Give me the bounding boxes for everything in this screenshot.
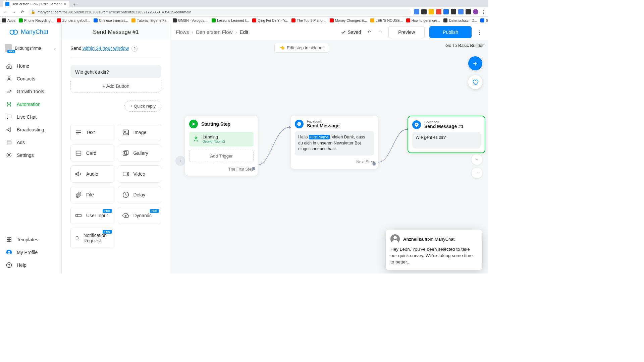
profile-avatar[interactable] (473, 9, 478, 14)
new-tab-button[interactable]: + (71, 1, 78, 7)
editor-title: Send Message #1 (62, 24, 170, 40)
svg-rect-5 (7, 238, 9, 239)
content-type-notification[interactable]: Notification RequestPRO (70, 228, 114, 248)
sidebar-bottom: Templates My Profile Help (0, 233, 61, 274)
svg-point-4 (8, 155, 10, 156)
bookmark-item[interactable]: Money Changes E... (330, 18, 367, 22)
back-button[interactable]: ← (2, 9, 8, 15)
bookmark-item[interactable]: The Top 3 Platfor... (291, 18, 326, 22)
breadcrumb-flows[interactable]: Flows (176, 29, 189, 35)
delay-icon (122, 191, 129, 198)
breadcrumb-flow-name[interactable]: Den ersten Flow (196, 29, 232, 35)
bookmark-item[interactable]: Sonderangebot!... (57, 18, 90, 22)
tab-favicon (5, 2, 9, 6)
collapse-panel-button[interactable]: ‹ (175, 156, 185, 166)
next-step-port[interactable]: Next Step (295, 158, 374, 168)
sidebar-item-ads[interactable]: Ads (0, 136, 61, 149)
ext-menu-icon[interactable] (466, 9, 471, 14)
address-bar[interactable]: 🔒 manychat.com/fb198150208192020618/cms/… (28, 9, 411, 15)
zoom-out-button[interactable]: − (472, 168, 482, 178)
node-send-message-1[interactable]: FacebookSend Message #1 Wie geht es dir? (408, 116, 485, 153)
sidebar-item-settings[interactable]: Settings (0, 149, 61, 162)
brand-logo[interactable]: ManyChat (0, 24, 61, 40)
undo-button[interactable]: ↶ (366, 29, 372, 36)
publish-button[interactable]: Publish (429, 26, 472, 38)
ext-icon[interactable] (443, 9, 449, 14)
sidebar-item-profile[interactable]: My Profile (0, 246, 61, 259)
content-type-dynamic[interactable]: DynamicPRO (118, 207, 162, 224)
add-step-fab[interactable]: ＋ (468, 56, 482, 70)
add-trigger-button[interactable]: Add Trigger (189, 150, 254, 162)
pointing-hand-icon: 👈 (279, 45, 285, 50)
ext-icon[interactable] (421, 9, 427, 14)
favorite-fab[interactable] (468, 75, 482, 89)
ext-icon[interactable] (414, 9, 419, 14)
sidebar-item-home[interactable]: Home (0, 60, 61, 72)
content-type-audio[interactable]: Audio (70, 165, 114, 183)
saved-indicator: Saved (341, 29, 361, 35)
ext-icon[interactable] (436, 9, 441, 14)
pro-badge: PRO (103, 230, 112, 234)
card-icon (75, 149, 82, 157)
bookmark-item[interactable]: Tutorial: Eigene Fa... (131, 18, 169, 22)
bookmark-item[interactable]: GMSN · Vologda,... (173, 18, 208, 22)
bookmark-item[interactable]: Datenschutz - D... (443, 18, 477, 22)
trigger-landing[interactable]: LandingGrowth Tool #3 (189, 132, 254, 146)
basic-builder-link[interactable]: Go To Basic Builder (445, 43, 484, 48)
help-hint-icon[interactable]: ? (131, 46, 138, 52)
node-starting-step[interactable]: Starting Step LandingGrowth Tool #3 Add … (185, 116, 258, 176)
content-type-text[interactable]: Text (70, 124, 114, 141)
sidebar-item-growth-tools[interactable]: Growth Tools (0, 85, 61, 98)
breadcrumb: Flows › Den ersten Flow › Edit (176, 29, 248, 35)
bookmark-item[interactable]: Chinese translati... (94, 18, 128, 22)
svg-rect-3 (7, 141, 11, 144)
bell-icon (75, 234, 79, 242)
zoom-in-button[interactable]: + (472, 154, 482, 165)
bookmark-item[interactable]: Qing Fei De Yi · Y... (252, 18, 288, 22)
preview-button[interactable]: Preview (388, 26, 425, 38)
svg-rect-17 (123, 152, 126, 156)
edit-in-sidebar-hint[interactable]: 👈Edit step in sidebar (274, 43, 329, 53)
add-button[interactable]: + Add Button (70, 80, 161, 93)
ext-icon[interactable] (429, 9, 434, 14)
content-type-video[interactable]: Video (118, 165, 162, 183)
ext-icon[interactable] (451, 9, 456, 14)
content-type-image[interactable]: Image (118, 124, 162, 141)
first-step-port[interactable]: The First Step (189, 162, 254, 172)
content-type-card[interactable]: Card (70, 144, 114, 162)
sidebar-item-live-chat[interactable]: Live Chat (0, 111, 61, 123)
content-type-delay[interactable]: Delay (118, 186, 162, 203)
message-text-input[interactable]: Wie geht es dir? (70, 65, 161, 78)
bookmark-item[interactable]: Phone Recycling... (19, 18, 54, 22)
bookmark-item[interactable]: How to get more... (406, 18, 440, 22)
more-menu[interactable]: ⋮ (476, 28, 483, 36)
sidebar-item-contacts[interactable]: Contacts (0, 72, 61, 85)
play-icon (189, 120, 198, 128)
add-quick-reply-button[interactable]: + Quick reply (124, 101, 161, 112)
browser-tab-active[interactable]: Den ersten Flow | Edit Content ✕ (3, 1, 69, 7)
reload-button[interactable]: ⟳ (19, 9, 25, 15)
content-type-file[interactable]: File (70, 186, 114, 203)
content-type-user-input[interactable]: User InputPRO (70, 207, 114, 224)
flow-canvas[interactable]: 👈Edit step in sidebar Go To Basic Builde… (170, 40, 488, 274)
sidebar-item-automation[interactable]: Automation (0, 98, 61, 111)
svg-point-1 (13, 30, 17, 34)
support-chat-card[interactable]: Anzhelika from ManyChat Hey Leon, You've… (386, 230, 482, 270)
tab-close-icon[interactable]: ✕ (64, 2, 67, 6)
bookmark-item[interactable]: Lessons Learned f... (212, 18, 249, 22)
node-send-message[interactable]: FacebookSend Message Hallo First Name, v… (291, 116, 378, 169)
send-window-link[interactable]: within 24 hour window (83, 46, 129, 51)
bookmark-item[interactable]: LEE 'S HOUSE... (370, 18, 403, 22)
ext-icon[interactable] (458, 9, 464, 14)
sidebar-item-broadcasting[interactable]: Broadcasting (0, 123, 61, 136)
account-switcher[interactable]: PRO Bildungsfirma ⌄ (3, 42, 58, 54)
growth-tools-icon (6, 88, 12, 95)
content-type-gallery[interactable]: Gallery (118, 144, 162, 162)
forward-button[interactable]: → (11, 9, 17, 15)
sidebar-item-templates[interactable]: Templates (0, 233, 61, 246)
bookmark-item[interactable]: Apps (2, 18, 15, 22)
bookmark-item[interactable]: Student Wants a... (480, 18, 488, 22)
chrome-menu[interactable]: ⋮ (480, 9, 486, 15)
connector-2 (378, 139, 409, 173)
sidebar-item-help[interactable]: Help (0, 259, 61, 272)
